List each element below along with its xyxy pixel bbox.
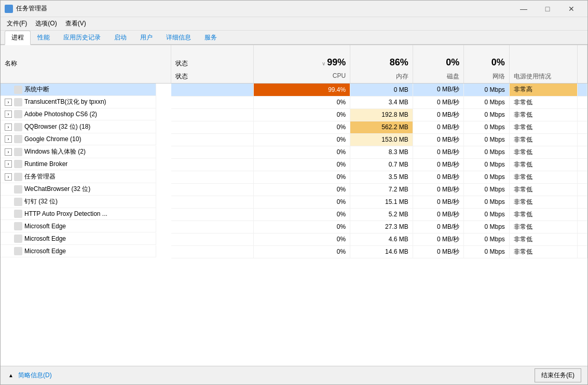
- process-disk-cell: 0 MB/秒: [413, 84, 464, 97]
- status-expand-icon[interactable]: ▲: [7, 372, 15, 380]
- process-icon: [14, 173, 22, 181]
- col-sublabel-power[interactable]: 电源使用情况: [509, 70, 577, 84]
- expand-button[interactable]: ›: [5, 135, 12, 143]
- process-extra-cell: [578, 158, 587, 171]
- expand-button[interactable]: ›: [5, 173, 12, 181]
- table-row[interactable]: HTTP Auto Proxy Detection ...0%5.2 MB0 M…: [1, 208, 587, 221]
- maximize-button[interactable]: □: [536, 1, 559, 17]
- process-name-cell: ›任务管理器: [1, 171, 156, 183]
- tab-services[interactable]: 服务: [198, 31, 224, 44]
- col-sublabel-disk[interactable]: 磁盘: [413, 70, 464, 84]
- status-summary-label[interactable]: 简略信息(D): [18, 371, 52, 380]
- table-row[interactable]: ›Google Chrome (10)0%153.0 MB0 MB/秒0 Mbp…: [1, 133, 587, 146]
- table-row[interactable]: ›Windows 输入体验 (2)0%8.3 MB0 MB/秒0 Mbps非常低: [1, 146, 587, 158]
- tab-bar: 进程 性能 应用历史记录 启动 用户 详细信息 服务: [1, 31, 587, 45]
- window-controls: — □ ✕: [512, 1, 583, 17]
- menu-file[interactable]: 文件(F): [3, 18, 31, 29]
- minimize-button[interactable]: —: [512, 1, 536, 17]
- tab-users[interactable]: 用户: [133, 31, 159, 44]
- process-extra-cell: [578, 146, 587, 158]
- process-mem-cell: 0 MB: [350, 84, 413, 97]
- process-icon: [14, 148, 22, 156]
- process-table-container[interactable]: 名称 状态 ∨ 99% 86% 0%: [1, 45, 587, 366]
- table-row[interactable]: ›任务管理器0%3.5 MB0 MB/秒0 Mbps非常低: [1, 171, 587, 183]
- table-row[interactable]: Microsoft Edge0%14.6 MB0 MB/秒0 Mbps非常低: [1, 245, 587, 258]
- process-disk-cell: 0 MB/秒: [413, 221, 464, 233]
- process-icon: [14, 86, 22, 94]
- tab-startup[interactable]: 启动: [107, 31, 133, 44]
- app-icon: [5, 5, 13, 13]
- process-name-text: Microsoft Edge: [24, 223, 66, 230]
- process-power-cell: 非常低: [509, 108, 577, 121]
- table-row[interactable]: WeChatBrowser (32 位)0%7.2 MB0 MB/秒0 Mbps…: [1, 183, 587, 196]
- table-header-sub: 状态 CPU 内存 磁盘 网络: [1, 70, 587, 84]
- expand-button[interactable]: ›: [5, 123, 12, 131]
- main-content: 名称 状态 ∨ 99% 86% 0%: [1, 45, 587, 366]
- col-sublabel-cpu[interactable]: CPU: [253, 70, 350, 84]
- menu-view[interactable]: 查看(V): [61, 18, 90, 29]
- table-row[interactable]: ›QQBrowser (32 位) (18)0%562.2 MB0 MB/秒0 …: [1, 121, 587, 133]
- process-cpu-cell: 0%: [253, 133, 350, 146]
- process-mem-cell: 8.3 MB: [350, 146, 413, 158]
- table-row[interactable]: Microsoft Edge0%27.3 MB0 MB/秒0 Mbps非常低: [1, 221, 587, 233]
- process-name-text: 任务管理器: [24, 172, 56, 181]
- process-power-cell: 非常低: [509, 208, 577, 221]
- process-mem-cell: 27.3 MB: [350, 221, 413, 233]
- expand-button[interactable]: ›: [5, 99, 12, 106]
- table-row[interactable]: 钉钉 (32 位)0%15.1 MB0 MB/秒0 Mbps非常低: [1, 196, 587, 208]
- col-sublabel-name[interactable]: [1, 70, 171, 84]
- col-header-name[interactable]: 名称: [1, 45, 171, 70]
- table-row[interactable]: ›Runtime Broker0%0.7 MB0 MB/秒0 Mbps非常低: [1, 158, 587, 171]
- process-power-cell: 非常低: [509, 245, 577, 258]
- process-extra-cell: [578, 196, 587, 208]
- table-row[interactable]: Microsoft Edge0%4.6 MB0 MB/秒0 Mbps非常低: [1, 233, 587, 245]
- process-status-cell: [171, 158, 254, 171]
- process-name-text: Adobe Photoshop CS6 (2): [24, 111, 97, 118]
- process-icon: [14, 160, 22, 168]
- close-button[interactable]: ✕: [559, 1, 583, 17]
- col-header-net[interactable]: 0%: [464, 45, 510, 70]
- process-mem-cell: 0.7 MB: [350, 158, 413, 171]
- process-power-cell: 非常低: [509, 133, 577, 146]
- col-header-disk[interactable]: 0%: [413, 45, 464, 70]
- process-power-cell: 非常低: [509, 146, 577, 158]
- table-row[interactable]: ›TranslucentTB(汉化 by tpxxn)0%3.4 MB0 MB/…: [1, 96, 587, 108]
- tab-app-history[interactable]: 应用历史记录: [57, 31, 107, 44]
- process-extra-cell: [578, 133, 587, 146]
- process-mem-cell: 3.5 MB: [350, 171, 413, 183]
- process-mem-cell: 192.8 MB: [350, 108, 413, 121]
- col-sublabel-mem[interactable]: 内存: [350, 70, 413, 84]
- col-header-cpu[interactable]: ∨ 99%: [253, 45, 350, 70]
- process-name-text: Microsoft Edge: [24, 248, 66, 255]
- end-task-button[interactable]: 结束任务(E): [535, 368, 581, 382]
- process-cpu-cell: 0%: [253, 121, 350, 133]
- process-net-cell: 0 Mbps: [464, 233, 510, 245]
- process-status-cell: [171, 96, 254, 108]
- tab-performance[interactable]: 性能: [31, 31, 57, 44]
- process-extra-cell: [578, 108, 587, 121]
- process-name-text: HTTP Auto Proxy Detection ...: [24, 210, 107, 217]
- col-header-status[interactable]: 状态: [171, 45, 254, 70]
- process-name-text: TranslucentTB(汉化 by tpxxn): [24, 98, 106, 106]
- expand-button[interactable]: ›: [5, 160, 12, 168]
- process-power-cell: 非常低: [509, 196, 577, 208]
- col-header-power[interactable]: [509, 45, 577, 70]
- col-sublabel-net[interactable]: 网络: [464, 70, 510, 84]
- expand-button[interactable]: ›: [5, 148, 12, 156]
- process-extra-cell: [578, 96, 587, 108]
- process-icon: [14, 135, 22, 143]
- process-net-cell: 0 Mbps: [464, 108, 510, 121]
- menu-options[interactable]: 选项(O): [31, 18, 61, 29]
- process-name-text: Runtime Broker: [24, 160, 67, 168]
- table-row[interactable]: ›Adobe Photoshop CS6 (2)0%192.8 MB0 MB/秒…: [1, 108, 587, 121]
- table-row[interactable]: 系统中断99.4%0 MB0 MB/秒0 Mbps非常高: [1, 84, 587, 97]
- tab-process[interactable]: 进程: [5, 31, 31, 45]
- col-sublabel-status[interactable]: 状态: [171, 70, 254, 84]
- expand-button[interactable]: ›: [5, 111, 12, 118]
- col-header-mem[interactable]: 86%: [350, 45, 413, 70]
- process-disk-cell: 0 MB/秒: [413, 171, 464, 183]
- process-extra-cell: [578, 233, 587, 245]
- process-name-cell: 钉钉 (32 位): [1, 196, 156, 208]
- tab-details[interactable]: 详细信息: [159, 31, 198, 44]
- process-cpu-cell: 0%: [253, 171, 350, 183]
